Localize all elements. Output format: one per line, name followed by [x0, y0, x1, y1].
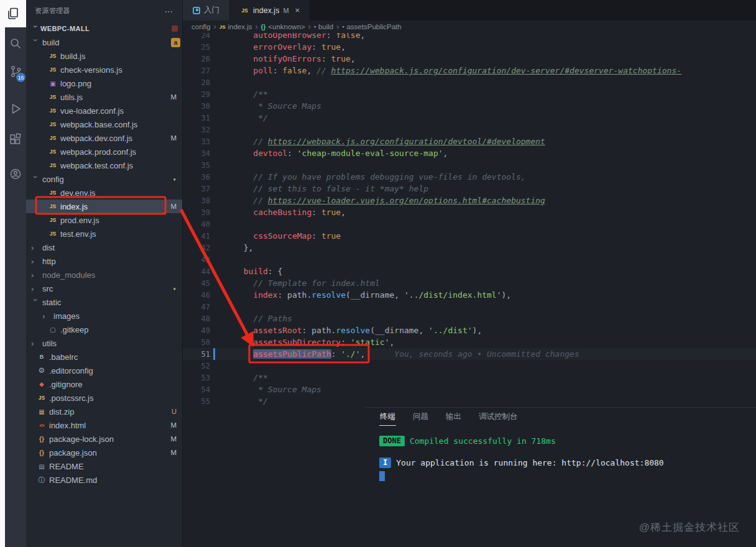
tree-item-static[interactable]: ›static: [26, 295, 182, 309]
tree-item-check-versions.js[interactable]: JScheck-versions.js: [26, 63, 182, 76]
line-number[interactable]: 43: [183, 254, 210, 266]
code-line-53[interactable]: 53 /**: [183, 372, 756, 384]
search-icon[interactable]: [8, 36, 23, 51]
tree-item-package-lock.json[interactable]: {}package-lock.jsonM: [26, 432, 182, 446]
tree-item-index.html[interactable]: <>index.htmlM: [26, 418, 182, 432]
code-line-30[interactable]: 30 * Source Maps: [183, 100, 756, 112]
code-line-40[interactable]: 40: [183, 218, 756, 230]
line-number[interactable]: 49: [183, 325, 210, 337]
tree-item-package.json[interactable]: {}package.jsonM: [26, 446, 182, 459]
line-number[interactable]: 36: [183, 172, 210, 183]
tree-item-build.js[interactable]: JSbuild.js: [26, 49, 182, 63]
run-debug-icon[interactable]: [8, 101, 23, 116]
code-line-34[interactable]: 34 devtool: 'cheap-module-eval-source-ma…: [183, 147, 756, 159]
line-number[interactable]: 46: [183, 290, 210, 301]
tree-item-prod.env.js[interactable]: JSprod.env.js: [26, 213, 182, 227]
line-number[interactable]: 50: [183, 337, 210, 349]
tree-item-images[interactable]: ›images: [26, 309, 182, 323]
extensions-icon[interactable]: [8, 132, 23, 147]
tree-item-src[interactable]: ›src●: [26, 282, 182, 295]
tab-index.js[interactable]: JSindex.jsM×: [230, 0, 310, 21]
code-line-54[interactable]: 54 * Source Maps: [183, 384, 756, 395]
code-line-25[interactable]: 25 errorOverlay: true,: [183, 41, 756, 53]
source-control-icon[interactable]: 16: [8, 64, 23, 79]
panel-tab-输出[interactable]: 输出: [445, 410, 462, 426]
line-number[interactable]: 28: [183, 77, 210, 89]
line-number[interactable]: 29: [183, 89, 210, 101]
breadcrumb-item-build[interactable]: ▪build: [314, 23, 334, 30]
code-line-51[interactable]: 51 assetsPublicPath: './', You, seconds …: [183, 348, 756, 360]
line-number[interactable]: 32: [183, 124, 210, 136]
close-icon[interactable]: ×: [295, 6, 300, 15]
code-line-50[interactable]: 50 assetsSubDirectory: 'static',: [183, 336, 756, 348]
line-number[interactable]: 55: [183, 396, 210, 408]
tree-item-utils.js[interactable]: JSutils.jsM: [26, 90, 182, 104]
line-number[interactable]: 48: [183, 313, 210, 325]
line-number[interactable]: 30: [183, 101, 210, 113]
line-number[interactable]: 34: [183, 148, 210, 160]
line-number[interactable]: 47: [183, 301, 210, 313]
tab-入门[interactable]: 入门: [183, 0, 230, 21]
tree-item-logo.png[interactable]: ▣logo.png: [26, 76, 182, 90]
line-number[interactable]: 33: [183, 136, 210, 148]
code-line-29[interactable]: 29 /**: [183, 88, 756, 100]
code-line-37[interactable]: 37 // set this to false - it *may* help: [183, 183, 756, 195]
code-line-39[interactable]: 39 cacheBusting: true,: [183, 206, 756, 218]
code-line-49[interactable]: 49 assetsRoot: path.resolve(__dirname, '…: [183, 324, 756, 336]
line-number[interactable]: 45: [183, 278, 210, 290]
line-number[interactable]: 41: [183, 231, 210, 242]
tree-item-webpack.prod.conf.js[interactable]: JSwebpack.prod.conf.js: [26, 145, 182, 159]
tree-item-README.md[interactable]: ⓘREADME.md: [26, 473, 182, 487]
code-line-32[interactable]: 32: [183, 124, 756, 136]
tree-item-README[interactable]: ▤README: [26, 459, 182, 473]
tree-item-utils[interactable]: ›utils: [26, 336, 182, 350]
line-number[interactable]: 54: [183, 384, 210, 396]
line-number[interactable]: 25: [183, 42, 210, 53]
code-line-35[interactable]: 35: [183, 159, 756, 171]
breadcrumb-item-<unknown>[interactable]: {}<unknown>: [260, 23, 305, 30]
line-number[interactable]: 40: [183, 219, 210, 231]
tree-item-http[interactable]: ›http: [26, 254, 182, 268]
breadcrumb-item-assetsPublicPath[interactable]: ▪assetsPublicPath: [342, 23, 401, 30]
line-number[interactable]: 35: [183, 160, 210, 172]
tree-root-webpc-mall[interactable]: › WEBPC-MALL: [26, 22, 182, 35]
line-number[interactable]: 27: [183, 65, 210, 77]
code-line-36[interactable]: 36 // If you have problems debugging vue…: [183, 171, 756, 183]
tree-item-.gitkeep[interactable]: ▢.gitkeep: [26, 323, 182, 336]
code-area[interactable]: 24 autoOpenBrowser: false,25 errorOverla…: [183, 29, 756, 407]
code-line-46[interactable]: 46 index: path.resolve(__dirname, '../di…: [183, 289, 756, 301]
code-line-31[interactable]: 31 */: [183, 112, 756, 124]
code-line-42[interactable]: 42 },: [183, 242, 756, 254]
tree-item-.editorconfig[interactable]: ⚙.editorconfig: [26, 364, 182, 377]
tree-item-dist.zip[interactable]: ▦dist.zipU: [26, 405, 182, 418]
code-line-27[interactable]: 27 poll: false, // https://webpack.js.or…: [183, 65, 756, 76]
tree-item-webpack.base.conf.js[interactable]: JSwebpack.base.conf.js: [26, 117, 182, 131]
code-line-47[interactable]: 47: [183, 301, 756, 313]
tree-item-index.js[interactable]: JSindex.jsM: [26, 200, 182, 213]
tree-item-.babelrc[interactable]: B.babelrc: [26, 350, 182, 364]
line-number[interactable]: 53: [183, 372, 210, 384]
code-line-48[interactable]: 48 // Paths: [183, 313, 756, 324]
terminal[interactable]: DONECompiled successfully in 718msIYour …: [366, 428, 756, 481]
tree-item-.postcssrc.js[interactable]: JS.postcssrc.js: [26, 391, 182, 405]
panel-tab-问题[interactable]: 问题: [412, 410, 429, 426]
code-line-28[interactable]: 28: [183, 76, 756, 88]
line-number[interactable]: 39: [183, 207, 210, 219]
tree-item-.gitignore[interactable]: ◆.gitignore: [26, 377, 182, 391]
more-actions-icon[interactable]: ⋯: [165, 6, 173, 16]
line-number[interactable]: 38: [183, 195, 210, 207]
tree-item-build[interactable]: ›builda: [26, 35, 182, 49]
code-line-52[interactable]: 52: [183, 360, 756, 372]
breadcrumb-item-index.js[interactable]: JSindex.js: [219, 23, 252, 30]
code-line-45[interactable]: 45 // Template for index.html: [183, 277, 756, 289]
line-number[interactable]: 26: [183, 53, 210, 65]
line-number[interactable]: 51: [183, 349, 210, 361]
tree-item-dist[interactable]: ›dist: [26, 241, 182, 254]
line-number[interactable]: 37: [183, 183, 210, 195]
tree-item-config[interactable]: ›config●: [26, 172, 182, 186]
code-line-55[interactable]: 55 */: [183, 395, 756, 407]
code-line-44[interactable]: 44 build: {: [183, 265, 756, 277]
line-number[interactable]: 52: [183, 361, 210, 372]
line-number[interactable]: 44: [183, 266, 210, 278]
tree-item-test.env.js[interactable]: JStest.env.js: [26, 227, 182, 241]
